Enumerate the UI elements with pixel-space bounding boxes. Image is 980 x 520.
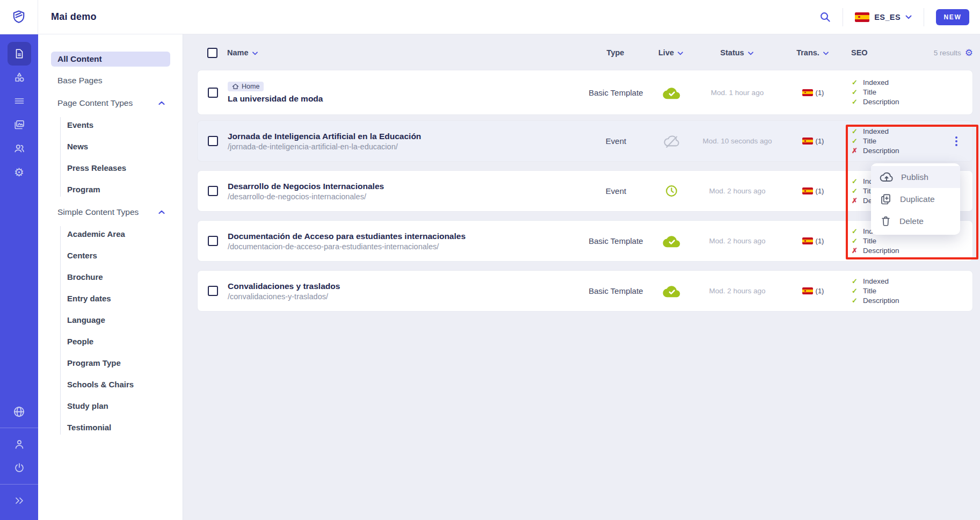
sidebar-item-people[interactable]: People (67, 334, 170, 349)
new-button[interactable]: NEW (936, 9, 969, 25)
rail-item[interactable] (8, 400, 31, 423)
row-checkbox[interactable] (208, 136, 218, 146)
header-type: Type (569, 48, 662, 57)
app-logo[interactable] (0, 0, 38, 34)
sidebar-item-program-type[interactable]: Program Type (67, 355, 170, 370)
check-icon (852, 137, 859, 146)
header-seo: SEO (831, 48, 939, 57)
header-status[interactable]: Status (680, 48, 794, 57)
sidebar-item-label: All Content (57, 54, 102, 64)
sidebar-item-centers[interactable]: Centers (67, 248, 170, 263)
sidebar-item-label: Study plan (67, 401, 108, 410)
sidebar-item-label: Program Type (67, 358, 121, 367)
content-url: /desarrollo-de-negocios-internacionales/ (228, 192, 570, 201)
table-header: Name Type Live Status Trans. SEO 5 resul… (197, 42, 973, 63)
sidebar-item-testimonial[interactable]: Testimonial (67, 420, 170, 435)
rail-item[interactable] (8, 456, 31, 480)
sidebar-item-news[interactable]: News (67, 139, 170, 154)
power-icon (13, 461, 26, 474)
sidebar-item-program[interactable]: Program (67, 182, 170, 197)
modified-time: Mod. 2 hours ago (680, 287, 794, 295)
user-icon (13, 438, 26, 451)
table-row[interactable]: Convalidaciones y traslados /convalidaci… (197, 270, 973, 312)
check-icon (852, 237, 859, 245)
sidebar-item-study-plan[interactable]: Study plan (67, 398, 170, 413)
content-title[interactable]: Documentación de Acceso para estudiantes… (228, 232, 570, 241)
settings-gear-icon[interactable]: ⚙ (965, 48, 973, 57)
seo-label: Title (863, 287, 876, 295)
seo-label: Title (863, 88, 876, 97)
search-icon[interactable] (819, 11, 831, 23)
sidebar-item-all-content[interactable]: All Content (51, 52, 170, 67)
home-badge: Home (228, 82, 264, 91)
content-url: /convalidaciones-y-traslados/ (228, 292, 570, 301)
kebab-menu-icon[interactable] (953, 134, 960, 149)
content-title[interactable]: Desarrollo de Negocios Internacionales (228, 182, 570, 191)
sidebar-item-label: Press Releases (67, 163, 126, 172)
rail-item[interactable] (8, 136, 31, 160)
sidebar-item-simple-content-types[interactable]: Simple Content Types (51, 205, 170, 220)
sidebar-item-schools-chairs[interactable]: Schools & Chairs (67, 377, 170, 392)
rail-item[interactable] (8, 42, 31, 66)
menu-item-publish[interactable]: Publish (871, 166, 960, 188)
chevron-down-icon (252, 52, 258, 55)
select-all-checkbox[interactable] (207, 48, 217, 58)
sidebar-item-label: People (67, 337, 93, 346)
sidebar-item-press-releases[interactable]: Press Releases (67, 160, 170, 175)
content-rows: Home La universidad de moda Basic Templa… (197, 70, 973, 312)
sidebar-nav: All ContentBase PagesPage Content TypesE… (38, 34, 183, 520)
sidebar-item-entry-dates[interactable]: Entry dates (67, 291, 170, 306)
content-title[interactable]: La universidad de moda (228, 94, 570, 104)
seo-line: Description (852, 98, 939, 106)
table-row[interactable]: Jornada de Inteligencia Artificial en la… (197, 120, 973, 162)
page-title: Mai demo (51, 11, 97, 23)
menu-item-duplicate[interactable]: Duplicate (871, 188, 960, 210)
spain-flag-icon (802, 287, 813, 294)
sidebar-item-events[interactable]: Events (67, 117, 170, 132)
seo-line: Title (852, 88, 939, 97)
sidebar-item-base-pages[interactable]: Base Pages (51, 73, 170, 88)
seo-line: Indexed (852, 127, 939, 136)
row-checkbox[interactable] (208, 186, 218, 196)
table-row[interactable]: Desarrollo de Negocios Internacionales /… (197, 170, 973, 212)
seo-status: IndexedTitleDescription (832, 78, 939, 106)
sidebar-item-academic-area[interactable]: Academic Area (67, 226, 170, 241)
check-icon (852, 287, 859, 295)
row-checkbox[interactable] (208, 88, 218, 98)
sidebar-item-brochure[interactable]: Brochure (67, 269, 170, 284)
row-checkbox[interactable] (208, 286, 218, 296)
content-title[interactable]: Jornada de Inteligencia Artificial en la… (228, 132, 570, 141)
header-name[interactable]: Name (227, 48, 569, 57)
divider (924, 8, 924, 26)
table-row[interactable]: Documentación de Acceso para estudiantes… (197, 220, 973, 262)
menu-lines-icon (13, 95, 26, 107)
rail-item[interactable] (8, 66, 31, 89)
row-checkbox[interactable] (208, 236, 218, 246)
rail-item[interactable] (8, 432, 31, 456)
locale-selector[interactable]: ES_ES (855, 12, 912, 22)
content-title[interactable]: Convalidaciones y traslados (228, 281, 570, 291)
clock-icon (664, 184, 679, 198)
content-type: Event (570, 186, 662, 196)
check-icon (852, 98, 859, 106)
settings-gear-icon: ⚙ (14, 167, 24, 178)
table-row[interactable]: Home La universidad de moda Basic Templa… (197, 70, 973, 115)
duplicate-icon (880, 193, 892, 206)
header-live[interactable]: Live (662, 48, 680, 57)
chevron-down-icon (905, 15, 912, 19)
rail-item[interactable] (8, 89, 31, 113)
content-url: /jornada-de-inteligencia-artificial-en-l… (228, 142, 570, 151)
seo-status: IndexedTitleDescription (832, 277, 939, 305)
rail-item[interactable] (8, 113, 31, 136)
icon-rail: ⚙ (0, 34, 38, 520)
rail-item[interactable] (8, 489, 31, 512)
sidebar-item-page-content-types[interactable]: Page Content Types (51, 96, 170, 111)
chevron-down-icon (748, 52, 753, 55)
cloud-upload-icon (880, 171, 894, 184)
rail-item[interactable]: ⚙ (8, 160, 31, 184)
header-trans[interactable]: Trans. (794, 48, 831, 57)
sidebar-item-label: Centers (67, 251, 97, 260)
check-icon (852, 127, 859, 136)
sidebar-item-language[interactable]: Language (67, 312, 170, 327)
menu-item-delete[interactable]: Delete (871, 210, 960, 232)
